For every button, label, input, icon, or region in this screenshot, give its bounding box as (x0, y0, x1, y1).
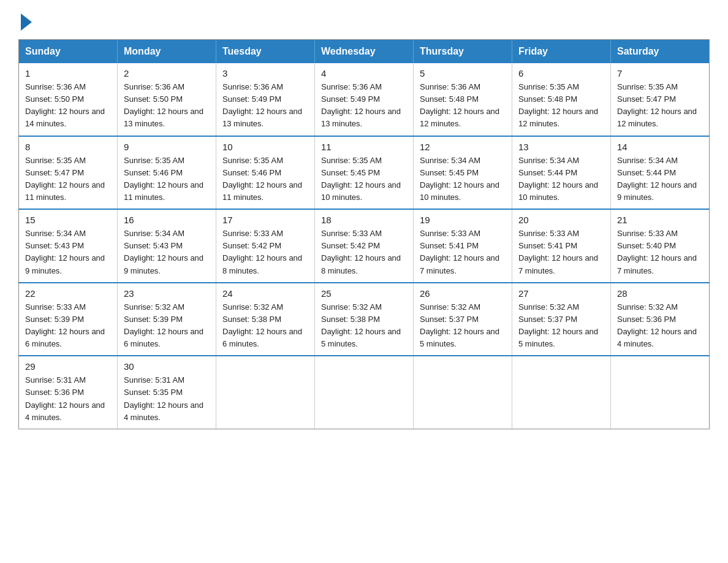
calendar-cell: 30Sunrise: 5:31 AMSunset: 5:35 PMDayligh… (118, 356, 216, 429)
calendar-cell: 16Sunrise: 5:34 AMSunset: 5:43 PMDayligh… (118, 209, 216, 283)
day-detail: Sunrise: 5:32 AMSunset: 5:36 PMDaylight:… (617, 301, 703, 351)
day-detail: Sunrise: 5:36 AMSunset: 5:50 PMDaylight:… (25, 81, 111, 131)
day-detail: Sunrise: 5:32 AMSunset: 5:38 PMDaylight:… (321, 301, 407, 351)
calendar-cell: 7Sunrise: 5:35 AMSunset: 5:47 PMDaylight… (611, 63, 710, 136)
calendar-cell (611, 356, 710, 429)
day-detail: Sunrise: 5:32 AMSunset: 5:37 PMDaylight:… (420, 301, 506, 351)
weekday-header-sunday: Sunday (19, 40, 118, 64)
calendar-cell: 15Sunrise: 5:34 AMSunset: 5:43 PMDayligh… (19, 209, 118, 283)
day-number: 14 (617, 142, 703, 152)
day-detail: Sunrise: 5:36 AMSunset: 5:48 PMDaylight:… (420, 81, 506, 131)
day-number: 25 (321, 288, 407, 299)
day-number: 22 (25, 288, 111, 299)
day-number: 20 (518, 215, 604, 225)
day-detail: Sunrise: 5:34 AMSunset: 5:44 PMDaylight:… (617, 155, 703, 204)
calendar-week-row: 29Sunrise: 5:31 AMSunset: 5:36 PMDayligh… (19, 356, 710, 429)
calendar-cell: 22Sunrise: 5:33 AMSunset: 5:39 PMDayligh… (19, 283, 118, 356)
day-number: 18 (321, 215, 407, 225)
logo (18, 12, 32, 28)
calendar-cell (216, 356, 315, 429)
day-number: 28 (617, 288, 703, 299)
day-detail: Sunrise: 5:32 AMSunset: 5:39 PMDaylight:… (124, 301, 210, 351)
calendar-cell: 3Sunrise: 5:36 AMSunset: 5:49 PMDaylight… (216, 63, 315, 136)
calendar-cell: 25Sunrise: 5:32 AMSunset: 5:38 PMDayligh… (315, 283, 414, 356)
day-number: 2 (124, 68, 210, 79)
day-detail: Sunrise: 5:35 AMSunset: 5:48 PMDaylight:… (518, 81, 604, 131)
day-detail: Sunrise: 5:36 AMSunset: 5:49 PMDaylight:… (321, 81, 407, 131)
day-detail: Sunrise: 5:33 AMSunset: 5:41 PMDaylight:… (420, 228, 506, 277)
calendar-cell: 20Sunrise: 5:33 AMSunset: 5:41 PMDayligh… (512, 209, 611, 283)
day-number: 6 (518, 68, 604, 79)
weekday-header-monday: Monday (118, 40, 216, 64)
calendar-cell: 24Sunrise: 5:32 AMSunset: 5:38 PMDayligh… (216, 283, 315, 356)
calendar-cell (414, 356, 512, 429)
day-number: 24 (222, 288, 308, 299)
calendar-cell: 1Sunrise: 5:36 AMSunset: 5:50 PMDaylight… (19, 63, 118, 136)
day-detail: Sunrise: 5:33 AMSunset: 5:42 PMDaylight:… (222, 228, 308, 277)
day-number: 9 (124, 142, 210, 152)
calendar-cell: 26Sunrise: 5:32 AMSunset: 5:37 PMDayligh… (414, 283, 512, 356)
logo-arrow-icon (21, 13, 32, 31)
calendar-cell: 2Sunrise: 5:36 AMSunset: 5:50 PMDaylight… (118, 63, 216, 136)
day-detail: Sunrise: 5:35 AMSunset: 5:47 PMDaylight:… (25, 155, 111, 204)
weekday-header-saturday: Saturday (611, 40, 710, 64)
day-number: 11 (321, 142, 407, 152)
calendar-week-row: 1Sunrise: 5:36 AMSunset: 5:50 PMDaylight… (19, 63, 710, 136)
day-detail: Sunrise: 5:35 AMSunset: 5:46 PMDaylight:… (124, 155, 210, 204)
calendar-cell: 5Sunrise: 5:36 AMSunset: 5:48 PMDaylight… (414, 63, 512, 136)
day-number: 13 (518, 142, 604, 152)
calendar-cell: 18Sunrise: 5:33 AMSunset: 5:42 PMDayligh… (315, 209, 414, 283)
calendar-cell: 8Sunrise: 5:35 AMSunset: 5:47 PMDaylight… (19, 136, 118, 210)
calendar-week-row: 22Sunrise: 5:33 AMSunset: 5:39 PMDayligh… (19, 283, 710, 356)
day-number: 27 (518, 288, 604, 299)
day-number: 8 (25, 142, 111, 152)
calendar-cell: 28Sunrise: 5:32 AMSunset: 5:36 PMDayligh… (611, 283, 710, 356)
weekday-header-row: SundayMondayTuesdayWednesdayThursdayFrid… (19, 40, 710, 64)
calendar-body: 1Sunrise: 5:36 AMSunset: 5:50 PMDaylight… (19, 63, 710, 429)
day-number: 19 (420, 215, 506, 225)
day-number: 17 (222, 215, 308, 225)
day-number: 5 (420, 68, 506, 79)
day-detail: Sunrise: 5:35 AMSunset: 5:45 PMDaylight:… (321, 155, 407, 204)
day-detail: Sunrise: 5:32 AMSunset: 5:37 PMDaylight:… (518, 301, 604, 351)
calendar-header: SundayMondayTuesdayWednesdayThursdayFrid… (19, 40, 710, 64)
day-detail: Sunrise: 5:35 AMSunset: 5:46 PMDaylight:… (222, 155, 308, 204)
calendar-week-row: 8Sunrise: 5:35 AMSunset: 5:47 PMDaylight… (19, 136, 710, 210)
day-detail: Sunrise: 5:32 AMSunset: 5:38 PMDaylight:… (222, 301, 308, 351)
calendar-cell: 14Sunrise: 5:34 AMSunset: 5:44 PMDayligh… (611, 136, 710, 210)
day-number: 4 (321, 68, 407, 79)
day-detail: Sunrise: 5:31 AMSunset: 5:36 PMDaylight:… (25, 374, 111, 424)
calendar-cell (512, 356, 611, 429)
day-detail: Sunrise: 5:33 AMSunset: 5:40 PMDaylight:… (617, 228, 703, 277)
calendar-cell: 27Sunrise: 5:32 AMSunset: 5:37 PMDayligh… (512, 283, 611, 356)
calendar-cell: 12Sunrise: 5:34 AMSunset: 5:45 PMDayligh… (414, 136, 512, 210)
day-number: 3 (222, 68, 308, 79)
calendar-table: SundayMondayTuesdayWednesdayThursdayFrid… (18, 39, 710, 429)
calendar-cell: 13Sunrise: 5:34 AMSunset: 5:44 PMDayligh… (512, 136, 611, 210)
calendar-cell: 23Sunrise: 5:32 AMSunset: 5:39 PMDayligh… (118, 283, 216, 356)
day-number: 26 (420, 288, 506, 299)
calendar-cell: 17Sunrise: 5:33 AMSunset: 5:42 PMDayligh… (216, 209, 315, 283)
day-detail: Sunrise: 5:34 AMSunset: 5:45 PMDaylight:… (420, 155, 506, 204)
day-detail: Sunrise: 5:36 AMSunset: 5:50 PMDaylight:… (124, 81, 210, 131)
weekday-header-thursday: Thursday (414, 40, 512, 64)
weekday-header-wednesday: Wednesday (315, 40, 414, 64)
day-number: 16 (124, 215, 210, 225)
day-number: 10 (222, 142, 308, 152)
calendar-week-row: 15Sunrise: 5:34 AMSunset: 5:43 PMDayligh… (19, 209, 710, 283)
weekday-header-tuesday: Tuesday (216, 40, 315, 64)
calendar-cell: 10Sunrise: 5:35 AMSunset: 5:46 PMDayligh… (216, 136, 315, 210)
calendar-cell: 19Sunrise: 5:33 AMSunset: 5:41 PMDayligh… (414, 209, 512, 283)
day-detail: Sunrise: 5:33 AMSunset: 5:39 PMDaylight:… (25, 301, 111, 351)
calendar-cell: 6Sunrise: 5:35 AMSunset: 5:48 PMDaylight… (512, 63, 611, 136)
day-detail: Sunrise: 5:31 AMSunset: 5:35 PMDaylight:… (124, 374, 210, 424)
day-number: 30 (124, 361, 210, 372)
weekday-header-friday: Friday (512, 40, 611, 64)
calendar-cell: 4Sunrise: 5:36 AMSunset: 5:49 PMDaylight… (315, 63, 414, 136)
calendar-cell: 21Sunrise: 5:33 AMSunset: 5:40 PMDayligh… (611, 209, 710, 283)
page-header (18, 12, 710, 28)
day-detail: Sunrise: 5:34 AMSunset: 5:43 PMDaylight:… (25, 228, 111, 277)
day-number: 1 (25, 68, 111, 79)
day-detail: Sunrise: 5:35 AMSunset: 5:47 PMDaylight:… (617, 81, 703, 131)
day-detail: Sunrise: 5:33 AMSunset: 5:42 PMDaylight:… (321, 228, 407, 277)
